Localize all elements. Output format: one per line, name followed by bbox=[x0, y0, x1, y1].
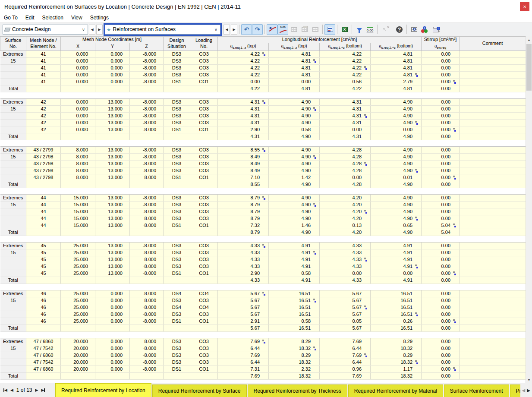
value-cell[interactable]: 4.31 bbox=[218, 112, 269, 119]
value-cell[interactable]: 0.00 bbox=[422, 270, 460, 277]
coord-y-cell[interactable]: 0.000 bbox=[95, 290, 130, 297]
value-cell[interactable]: 4.81 bbox=[269, 50, 320, 57]
comment-cell[interactable] bbox=[460, 126, 526, 133]
value-cell[interactable]: 0.00 bbox=[422, 318, 460, 325]
loading-cell[interactable]: CO3 bbox=[190, 297, 218, 304]
coord-z-cell[interactable]: -8.000 bbox=[130, 365, 164, 372]
value-cell[interactable]: 4.90 bbox=[269, 194, 320, 201]
design-situation-cell[interactable]: DS3 bbox=[164, 242, 190, 249]
value-cell[interactable]: 0.00 bbox=[422, 64, 460, 71]
comment-cell[interactable] bbox=[460, 78, 526, 85]
value-cell[interactable]: 8.49 bbox=[218, 160, 269, 167]
loading-cell[interactable]: CO1 bbox=[190, 270, 218, 277]
value-cell[interactable]: 0.01 bbox=[371, 174, 422, 181]
loading-cell[interactable]: CO3 bbox=[190, 146, 218, 153]
menu-selection[interactable]: Selection bbox=[38, 14, 67, 22]
tab-surface-reinforcement[interactable]: Surface Reinforcement bbox=[444, 384, 509, 397]
coord-y-cell[interactable] bbox=[95, 229, 130, 236]
value-cell[interactable]: 7.69 bbox=[218, 352, 269, 359]
total-value-cell[interactable]: 4.20 bbox=[320, 229, 371, 236]
surface-cell[interactable] bbox=[0, 256, 26, 263]
mesh-node-cell[interactable]: 46 bbox=[26, 304, 61, 311]
vertical-scrollbar[interactable]: ▲ ▼ bbox=[526, 36, 532, 383]
value-cell[interactable]: 4.81 bbox=[371, 57, 422, 64]
value-cell[interactable]: 4.33 bbox=[218, 256, 269, 263]
comment-cell[interactable] bbox=[460, 256, 526, 263]
surface-cell[interactable] bbox=[0, 112, 26, 119]
value-cell[interactable]: 18.32 bbox=[269, 359, 320, 365]
value-cell[interactable]: 8.49 bbox=[218, 153, 269, 160]
value-cell[interactable]: 4.81 bbox=[371, 64, 422, 71]
value-cell[interactable]: 4.28 bbox=[320, 146, 371, 153]
surface-cell[interactable]: 15 bbox=[0, 105, 26, 112]
mesh-node-cell[interactable] bbox=[26, 85, 61, 92]
value-cell[interactable]: 0.00 bbox=[422, 297, 460, 304]
last-page-button[interactable]: ▶ bbox=[41, 388, 45, 392]
value-cell[interactable]: 4.91 bbox=[371, 242, 422, 249]
decimal-places-button[interactable]: 0.00 bbox=[365, 24, 375, 35]
delete-results-button[interactable]: ↖ bbox=[379, 24, 390, 35]
value-cell[interactable]: 0.56 bbox=[320, 78, 371, 85]
coord-x-cell[interactable]: 25.000 bbox=[61, 249, 95, 256]
value-cell[interactable]: 5.67 bbox=[320, 297, 371, 304]
value-cell[interactable]: 4.28 bbox=[320, 167, 371, 174]
total-value-cell[interactable]: 4.33 bbox=[218, 277, 269, 284]
mesh-node-cell[interactable]: 44 bbox=[26, 222, 61, 229]
mesh-node-cell[interactable]: 43 / 2799 bbox=[26, 146, 61, 153]
mesh-node-cell[interactable]: 41 bbox=[26, 71, 61, 78]
coord-z-cell[interactable]: -8.000 bbox=[130, 359, 164, 365]
menu-view[interactable]: View bbox=[67, 14, 86, 22]
extreme-detail-icon[interactable] bbox=[364, 306, 366, 307]
mesh-node-cell[interactable]: 41 bbox=[26, 50, 61, 57]
design-situation-cell[interactable]: DS3 bbox=[164, 64, 190, 71]
coord-y-cell[interactable]: 13.000 bbox=[95, 256, 130, 263]
next-page-button[interactable]: ▶ bbox=[35, 388, 38, 392]
coord-y-cell[interactable]: 13.000 bbox=[95, 215, 130, 222]
loading-cell[interactable]: CO1 bbox=[190, 126, 218, 133]
loading-cell[interactable]: CO3 bbox=[190, 160, 218, 167]
extreme-detail-icon[interactable] bbox=[262, 52, 264, 54]
value-cell[interactable]: 0.58 bbox=[269, 318, 320, 325]
total-value-cell[interactable]: 4.90 bbox=[269, 229, 320, 236]
value-cell[interactable]: 4.22 bbox=[218, 64, 269, 71]
comment-cell[interactable] bbox=[460, 146, 526, 153]
value-cell[interactable]: 8.79 bbox=[218, 194, 269, 201]
extreme-detail-icon[interactable] bbox=[262, 292, 264, 293]
value-cell[interactable]: 16.51 bbox=[371, 297, 422, 304]
extreme-detail-icon[interactable] bbox=[415, 265, 417, 266]
design-situation-cell[interactable]: DS3 bbox=[164, 345, 190, 352]
coord-x-cell[interactable]: 25.000 bbox=[61, 242, 95, 249]
extreme-detail-icon[interactable] bbox=[262, 100, 264, 102]
coord-y-cell[interactable] bbox=[95, 85, 130, 92]
coord-z-cell[interactable]: -8.000 bbox=[130, 126, 164, 133]
coord-y-cell[interactable]: 0.000 bbox=[95, 71, 130, 78]
design-situation-cell[interactable]: DS3 bbox=[164, 352, 190, 359]
comment-cell[interactable] bbox=[460, 194, 526, 201]
loading-cell[interactable]: CO3 bbox=[190, 98, 218, 105]
total-value-cell[interactable]: 0.00 bbox=[422, 181, 460, 188]
mesh-node-cell[interactable]: 47 / 6860 bbox=[26, 352, 61, 359]
coord-z-cell[interactable]: -8.000 bbox=[130, 297, 164, 304]
mesh-node-cell[interactable]: 42 bbox=[26, 98, 61, 105]
coord-y-cell[interactable]: 0.000 bbox=[95, 304, 130, 311]
coord-z-cell[interactable]: -8.000 bbox=[130, 304, 164, 311]
design-situation-cell[interactable]: DS1 bbox=[164, 318, 190, 325]
loading-cell[interactable] bbox=[190, 325, 218, 331]
value-cell[interactable]: 4.81 bbox=[269, 71, 320, 78]
value-cell[interactable]: 2.32 bbox=[269, 365, 320, 372]
mesh-node-cell[interactable]: 43 / 2798 bbox=[26, 174, 61, 181]
value-cell[interactable]: 4.90 bbox=[371, 160, 422, 167]
loading-cell[interactable] bbox=[190, 229, 218, 236]
value-cell[interactable]: 4.31 bbox=[218, 98, 269, 105]
tab-provided-reinforcement[interactable]: Provided Reinforcement bbox=[510, 384, 520, 397]
loading-cell[interactable]: CO3 bbox=[190, 64, 218, 71]
table-relations-button[interactable] bbox=[299, 24, 310, 35]
extreme-detail-icon[interactable] bbox=[415, 360, 417, 362]
comment-cell[interactable] bbox=[460, 133, 526, 140]
design-situation-cell[interactable]: DS4 bbox=[164, 290, 190, 297]
value-cell[interactable]: 0.00 bbox=[422, 174, 460, 181]
comment-cell[interactable] bbox=[460, 50, 526, 57]
printout-report-button[interactable]: 1 bbox=[430, 24, 441, 35]
value-cell[interactable]: 7.32 bbox=[218, 222, 269, 229]
value-cell[interactable]: 0.00 bbox=[422, 112, 460, 119]
